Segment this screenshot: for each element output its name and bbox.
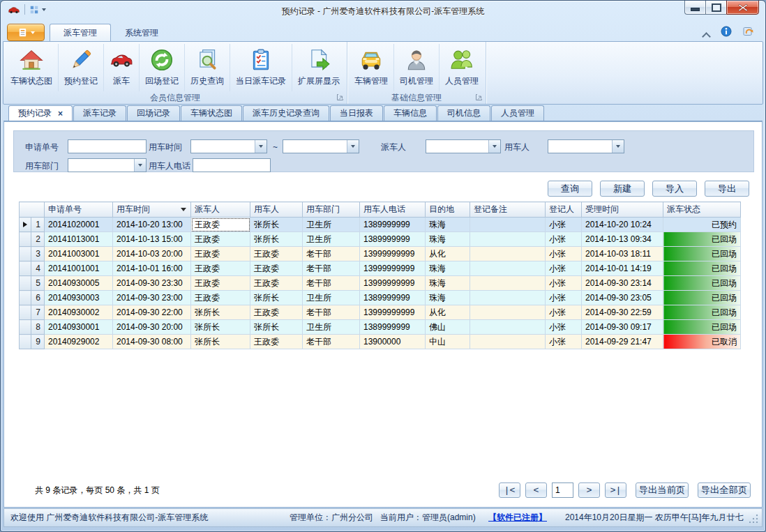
table-cell[interactable]: 王政委	[250, 261, 303, 276]
status-cell[interactable]: 已回场	[663, 276, 741, 291]
combo-dropdown-button[interactable]	[612, 140, 624, 153]
collapse-ribbon-icon[interactable]	[703, 31, 710, 35]
table-cell[interactable]: 从化	[426, 305, 470, 320]
table-cell[interactable]	[470, 261, 546, 276]
row-indicator-cell[interactable]	[20, 247, 31, 261]
table-cell[interactable]: 20141020001	[45, 218, 113, 232]
row-indicator-cell[interactable]	[20, 305, 31, 320]
table-row[interactable]: 3201410030012014-10-03 20:00王政委王政委老干部139…	[20, 247, 741, 261]
filter-input-field[interactable]	[68, 140, 146, 153]
table-cell[interactable]: 2014-10-20 10:24	[582, 218, 663, 232]
app-menu-button[interactable]	[7, 24, 45, 41]
table-cell[interactable]: 张所长	[250, 320, 303, 335]
status-cell[interactable]: 已回场	[663, 320, 741, 335]
prev-page-button[interactable]: <	[525, 482, 547, 498]
ribbon-button[interactable]: 预约登记	[59, 44, 104, 91]
doc-tab-4[interactable]: 车辆状态图	[181, 105, 242, 121]
table-cell[interactable]: 2014-10-03 20:00	[113, 247, 191, 261]
status-cell[interactable]: 已取消	[663, 335, 741, 349]
filter-combo[interactable]	[68, 158, 147, 172]
row-indicator-cell[interactable]	[20, 335, 31, 349]
doc-tab-8[interactable]: 司机信息	[437, 105, 490, 121]
ribbon-button[interactable]: 车辆状态图	[5, 44, 59, 91]
info-icon[interactable]	[721, 26, 732, 39]
doc-tab-3[interactable]: 回场记录	[127, 105, 180, 121]
table-cell[interactable]: 卫生所	[303, 232, 360, 247]
table-cell[interactable]: 珠海	[426, 218, 470, 232]
table-cell[interactable]: 小张	[546, 232, 582, 247]
doc-tab-1[interactable]: 预约记录×	[8, 105, 73, 121]
table-cell[interactable]: 20141013001	[45, 232, 113, 247]
row-number-cell[interactable]: 9	[31, 335, 45, 349]
action-button-3[interactable]: 导入	[652, 181, 697, 197]
action-button-4[interactable]: 导出	[705, 181, 749, 197]
table-cell[interactable]: 王政委	[250, 335, 303, 349]
close-button[interactable]	[726, 0, 759, 15]
ribbon-button[interactable]: 派车	[104, 44, 140, 91]
table-cell[interactable]: 13900000	[360, 335, 426, 349]
table-cell[interactable]: 珠海	[426, 291, 470, 305]
table-cell[interactable]: 2014-09-30 23:30	[113, 276, 191, 291]
table-cell[interactable]: 王政委	[191, 232, 250, 247]
table-cell[interactable]: 2014-10-01 16:00	[113, 261, 191, 276]
table-cell[interactable]	[470, 276, 546, 291]
dialog-launcher-icon[interactable]	[336, 93, 344, 101]
ribbon-tab-2[interactable]: 系统管理	[111, 24, 172, 41]
filter-input-field[interactable]	[193, 159, 270, 172]
table-cell[interactable]: 老干部	[303, 335, 360, 349]
action-button-2[interactable]: 新建	[600, 181, 645, 197]
table-cell[interactable]: 2014-09-30 23:14	[582, 276, 663, 291]
column-header[interactable]: 用车部门	[303, 202, 360, 218]
ribbon-button[interactable]: 历史查询	[185, 44, 230, 91]
row-number-cell[interactable]: 3	[31, 247, 45, 261]
combo-dropdown-button[interactable]	[488, 140, 500, 153]
update-sync-icon[interactable]	[742, 26, 754, 39]
table-cell[interactable]: 从化	[426, 247, 470, 261]
minimize-button[interactable]	[684, 0, 705, 15]
export-current-page-button[interactable]: 导出当前页	[636, 482, 689, 498]
layout-switch-icon[interactable]	[29, 5, 46, 15]
row-number-cell[interactable]: 8	[31, 320, 45, 335]
filter-text-input[interactable]	[193, 158, 271, 172]
table-cell[interactable]: 20140930003	[45, 291, 113, 305]
row-number-cell[interactable]: 6	[31, 291, 45, 305]
table-cell[interactable]: 老干部	[303, 276, 360, 291]
table-cell[interactable]	[470, 218, 546, 232]
last-page-button[interactable]: >|	[605, 482, 626, 498]
table-cell[interactable]: 王政委	[191, 247, 250, 261]
row-indicator-cell[interactable]	[20, 291, 31, 305]
row-number-cell[interactable]: 5	[31, 276, 45, 291]
combo-dropdown-button[interactable]	[255, 140, 266, 153]
filter-combo[interactable]	[283, 139, 359, 153]
column-header[interactable]: 用车人	[250, 202, 303, 218]
status-cell[interactable]: 已回场	[663, 305, 741, 320]
table-cell[interactable]: 卫生所	[303, 320, 360, 335]
table-row[interactable]: 9201409290022014-09-30 08:00张所长王政委老干部139…	[20, 335, 741, 349]
table-cell[interactable]: 小张	[546, 335, 582, 349]
filter-input-field[interactable]	[283, 140, 347, 153]
table-cell[interactable]: 2014-10-01 14:19	[582, 261, 663, 276]
table-row[interactable]: 5201409300052014-09-30 23:30王政委王政委老干部139…	[20, 276, 741, 291]
column-header[interactable]: 用车人电话	[360, 202, 426, 218]
export-all-pages-button[interactable]: 导出全部页	[698, 482, 751, 498]
table-cell[interactable]: 13999999999	[360, 247, 426, 261]
table-row[interactable]: 1201410200012014-10-20 13:00王政委张所长卫生所138…	[20, 218, 741, 232]
status-cell[interactable]: 已回场	[663, 261, 741, 276]
table-cell[interactable]: 2014-10-13 09:34	[582, 232, 663, 247]
row-indicator-cell[interactable]	[20, 218, 31, 232]
table-cell[interactable]: 13999999999	[360, 276, 426, 291]
table-cell[interactable]: 20141001001	[45, 261, 113, 276]
column-header[interactable]: 登记人	[546, 202, 582, 218]
table-row[interactable]: 7201409300022014-09-30 22:00张所长王政委老干部139…	[20, 305, 741, 320]
table-cell[interactable]: 张所长	[191, 335, 250, 349]
table-row[interactable]: 2201410130012014-10-13 15:00王政委张所长卫生所138…	[20, 232, 741, 247]
row-indicator-cell[interactable]	[20, 261, 31, 276]
filter-text-input[interactable]	[68, 139, 147, 153]
doc-tab-2[interactable]: 派车记录	[73, 105, 126, 121]
filter-input-field[interactable]	[426, 140, 488, 153]
dialog-launcher-icon[interactable]	[475, 93, 483, 101]
column-header[interactable]: 申请单号	[45, 202, 113, 218]
status-cell[interactable]: 已回场	[663, 247, 741, 261]
table-cell[interactable]: 老干部	[303, 305, 360, 320]
table-cell[interactable]: 2014-10-03 18:11	[582, 247, 663, 261]
